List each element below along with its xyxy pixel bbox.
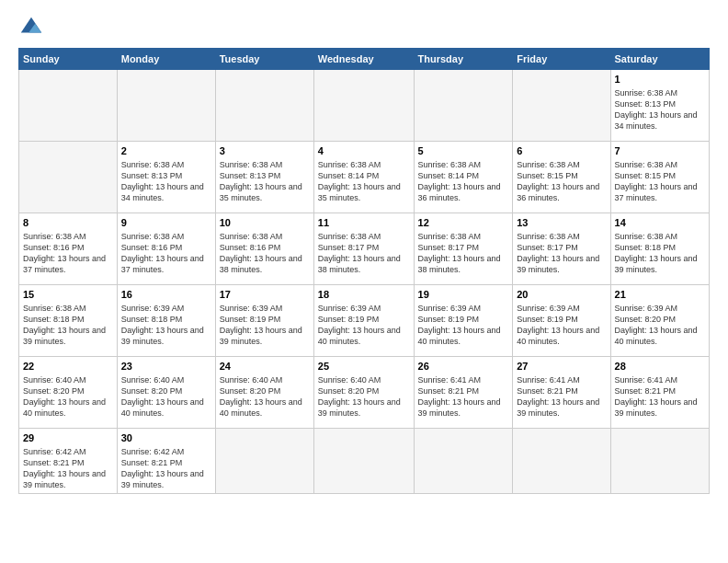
- day-number: 19: [418, 288, 509, 302]
- day-cell: 26Sunrise: 6:41 AMSunset: 8:21 PMDayligh…: [414, 357, 513, 429]
- day-cell: 1Sunrise: 6:38 AMSunset: 8:13 PMDaylight…: [610, 70, 709, 142]
- page-header: [18, 15, 710, 40]
- day-number: 12: [418, 216, 509, 230]
- day-number: 22: [23, 360, 113, 373]
- day-number: 17: [220, 288, 310, 302]
- calendar-header-row: SundayMondayTuesdayWednesdayThursdayFrid…: [19, 49, 710, 70]
- logo-icon: [18, 15, 44, 40]
- day-cell: [313, 70, 414, 142]
- day-cell: 2Sunrise: 6:38 AMSunset: 8:13 PMDaylight…: [117, 142, 215, 213]
- logo: [18, 15, 48, 40]
- day-number: 10: [220, 216, 310, 230]
- day-number: 24: [220, 360, 310, 373]
- col-header-friday: Friday: [513, 49, 610, 70]
- calendar-page: SundayMondayTuesdayWednesdayThursdayFrid…: [0, 0, 728, 563]
- day-number: 11: [318, 216, 410, 230]
- day-cell: 29Sunrise: 6:42 AMSunset: 8:21 PMDayligh…: [19, 429, 118, 494]
- day-cell: 17Sunrise: 6:39 AMSunset: 8:19 PMDayligh…: [215, 285, 313, 357]
- day-info: Sunrise: 6:38 AMSunset: 8:15 PMDaylight:…: [615, 159, 705, 204]
- col-header-saturday: Saturday: [610, 49, 709, 70]
- day-cell: 10Sunrise: 6:38 AMSunset: 8:16 PMDayligh…: [215, 213, 313, 285]
- day-cell: [19, 142, 118, 213]
- day-number: 9: [121, 216, 211, 230]
- day-info: Sunrise: 6:41 AMSunset: 8:21 PMDaylight:…: [418, 374, 509, 419]
- day-number: 16: [121, 288, 211, 302]
- day-cell: [19, 70, 118, 142]
- day-info: Sunrise: 6:40 AMSunset: 8:20 PMDaylight:…: [318, 374, 410, 419]
- calendar-table: SundayMondayTuesdayWednesdayThursdayFrid…: [18, 48, 710, 494]
- day-info: Sunrise: 6:42 AMSunset: 8:21 PMDaylight:…: [121, 446, 211, 491]
- day-info: Sunrise: 6:38 AMSunset: 8:13 PMDaylight:…: [220, 159, 310, 204]
- day-cell: 6Sunrise: 6:38 AMSunset: 8:15 PMDaylight…: [513, 142, 610, 213]
- day-number: 2: [121, 144, 211, 158]
- day-number: 29: [23, 431, 113, 445]
- day-number: 13: [517, 216, 606, 230]
- day-cell: 11Sunrise: 6:38 AMSunset: 8:17 PMDayligh…: [313, 213, 414, 285]
- day-cell: [215, 70, 313, 142]
- day-cell: [414, 70, 513, 142]
- day-info: Sunrise: 6:38 AMSunset: 8:14 PMDaylight:…: [418, 159, 509, 204]
- day-info: Sunrise: 6:38 AMSunset: 8:18 PMDaylight:…: [615, 231, 705, 276]
- day-info: Sunrise: 6:38 AMSunset: 8:14 PMDaylight:…: [318, 159, 410, 204]
- day-cell: 8Sunrise: 6:38 AMSunset: 8:16 PMDaylight…: [19, 213, 118, 285]
- day-info: Sunrise: 6:39 AMSunset: 8:18 PMDaylight:…: [121, 303, 211, 348]
- day-info: Sunrise: 6:41 AMSunset: 8:21 PMDaylight:…: [517, 374, 606, 419]
- day-cell: [313, 429, 414, 494]
- col-header-tuesday: Tuesday: [215, 49, 313, 70]
- day-number: 18: [318, 288, 410, 302]
- week-row-2: 2Sunrise: 6:38 AMSunset: 8:13 PMDaylight…: [19, 142, 710, 213]
- day-cell: 27Sunrise: 6:41 AMSunset: 8:21 PMDayligh…: [513, 357, 610, 429]
- day-cell: 21Sunrise: 6:39 AMSunset: 8:20 PMDayligh…: [610, 285, 709, 357]
- day-info: Sunrise: 6:38 AMSunset: 8:17 PMDaylight:…: [418, 231, 509, 276]
- day-info: Sunrise: 6:42 AMSunset: 8:21 PMDaylight:…: [23, 446, 113, 491]
- day-info: Sunrise: 6:38 AMSunset: 8:17 PMDaylight:…: [318, 231, 410, 276]
- day-info: Sunrise: 6:39 AMSunset: 8:19 PMDaylight:…: [517, 303, 606, 348]
- day-number: 6: [517, 144, 606, 158]
- day-number: 30: [121, 431, 211, 445]
- day-cell: [513, 429, 610, 494]
- day-cell: 23Sunrise: 6:40 AMSunset: 8:20 PMDayligh…: [117, 357, 215, 429]
- col-header-sunday: Sunday: [19, 49, 118, 70]
- day-cell: [414, 429, 513, 494]
- day-cell: 14Sunrise: 6:38 AMSunset: 8:18 PMDayligh…: [610, 213, 709, 285]
- day-cell: 28Sunrise: 6:41 AMSunset: 8:21 PMDayligh…: [610, 357, 709, 429]
- day-info: Sunrise: 6:38 AMSunset: 8:16 PMDaylight:…: [23, 231, 113, 276]
- day-cell: 13Sunrise: 6:38 AMSunset: 8:17 PMDayligh…: [513, 213, 610, 285]
- day-cell: 3Sunrise: 6:38 AMSunset: 8:13 PMDaylight…: [215, 142, 313, 213]
- day-number: 8: [23, 216, 113, 230]
- day-info: Sunrise: 6:41 AMSunset: 8:21 PMDaylight:…: [615, 374, 705, 419]
- day-info: Sunrise: 6:38 AMSunset: 8:18 PMDaylight:…: [23, 303, 113, 348]
- day-cell: 25Sunrise: 6:40 AMSunset: 8:20 PMDayligh…: [313, 357, 414, 429]
- col-header-monday: Monday: [117, 49, 215, 70]
- day-info: Sunrise: 6:38 AMSunset: 8:17 PMDaylight:…: [517, 231, 606, 276]
- day-cell: 24Sunrise: 6:40 AMSunset: 8:20 PMDayligh…: [215, 357, 313, 429]
- day-cell: [117, 70, 215, 142]
- day-cell: 19Sunrise: 6:39 AMSunset: 8:19 PMDayligh…: [414, 285, 513, 357]
- day-cell: 4Sunrise: 6:38 AMSunset: 8:14 PMDaylight…: [313, 142, 414, 213]
- day-cell: 16Sunrise: 6:39 AMSunset: 8:18 PMDayligh…: [117, 285, 215, 357]
- day-info: Sunrise: 6:40 AMSunset: 8:20 PMDaylight:…: [121, 374, 211, 419]
- day-number: 3: [220, 144, 310, 158]
- day-number: 1: [615, 73, 705, 86]
- day-info: Sunrise: 6:40 AMSunset: 8:20 PMDaylight:…: [220, 374, 310, 419]
- day-number: 7: [615, 144, 705, 158]
- day-cell: 5Sunrise: 6:38 AMSunset: 8:14 PMDaylight…: [414, 142, 513, 213]
- day-cell: 9Sunrise: 6:38 AMSunset: 8:16 PMDaylight…: [117, 213, 215, 285]
- col-header-thursday: Thursday: [414, 49, 513, 70]
- week-row-6: 29Sunrise: 6:42 AMSunset: 8:21 PMDayligh…: [19, 429, 710, 494]
- day-number: 26: [418, 360, 509, 373]
- week-row-3: 8Sunrise: 6:38 AMSunset: 8:16 PMDaylight…: [19, 213, 710, 285]
- day-cell: [513, 70, 610, 142]
- day-number: 15: [23, 288, 113, 302]
- day-info: Sunrise: 6:39 AMSunset: 8:19 PMDaylight:…: [220, 303, 310, 348]
- week-row-4: 15Sunrise: 6:38 AMSunset: 8:18 PMDayligh…: [19, 285, 710, 357]
- day-number: 4: [318, 144, 410, 158]
- day-cell: 7Sunrise: 6:38 AMSunset: 8:15 PMDaylight…: [610, 142, 709, 213]
- day-info: Sunrise: 6:39 AMSunset: 8:19 PMDaylight:…: [318, 303, 410, 348]
- day-number: 20: [517, 288, 606, 302]
- day-number: 27: [517, 360, 606, 373]
- day-number: 25: [318, 360, 410, 373]
- day-cell: [610, 429, 709, 494]
- day-info: Sunrise: 6:38 AMSunset: 8:15 PMDaylight:…: [517, 159, 606, 204]
- day-cell: 30Sunrise: 6:42 AMSunset: 8:21 PMDayligh…: [117, 429, 215, 494]
